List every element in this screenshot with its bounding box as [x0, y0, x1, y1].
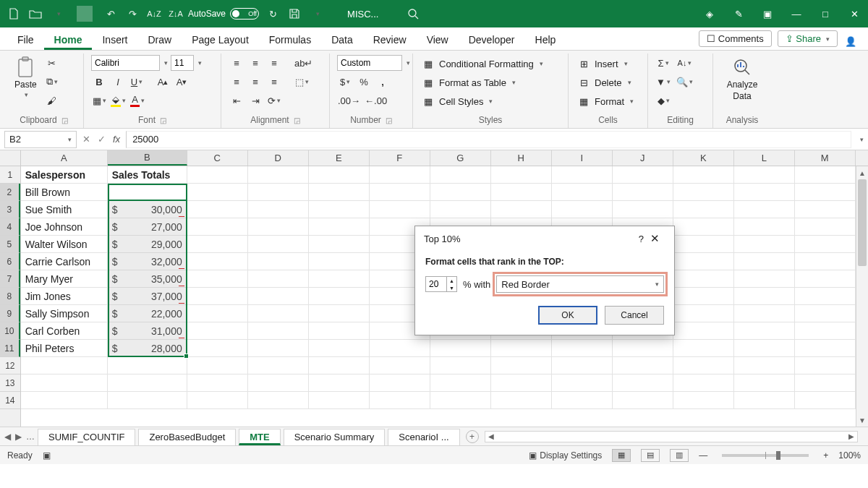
- hscroll-right-icon[interactable]: ▶: [846, 432, 857, 440]
- page-break-view-button[interactable]: ▥: [670, 449, 689, 462]
- cell-D6[interactable]: [248, 253, 309, 270]
- tab-developer[interactable]: Developer: [459, 30, 525, 50]
- cell-L8[interactable]: [734, 288, 795, 305]
- increase-indent-button[interactable]: ⇥: [247, 93, 263, 108]
- col-header-J[interactable]: J: [613, 150, 673, 166]
- orientation-button[interactable]: ⟳▾: [266, 93, 282, 108]
- cell-M12[interactable]: [795, 357, 856, 374]
- cancel-button[interactable]: Cancel: [605, 306, 664, 325]
- cell-B7[interactable]: $35,000: [108, 270, 187, 288]
- row-header-11[interactable]: 11: [0, 340, 20, 357]
- cell-D9[interactable]: [248, 305, 309, 322]
- row-header-12[interactable]: 12: [0, 357, 20, 374]
- scroll-up-icon[interactable]: ▲: [856, 166, 868, 179]
- zoom-thumb[interactable]: [776, 451, 780, 460]
- cell-L6[interactable]: [734, 253, 795, 270]
- cell-L10[interactable]: [734, 322, 795, 340]
- cell-A4[interactable]: Joe Johnson: [21, 218, 108, 236]
- cell-B8[interactable]: $37,000: [108, 288, 187, 305]
- cell-E6[interactable]: [309, 253, 370, 270]
- autosave-toggle[interactable]: AutoSave Off: [188, 8, 259, 20]
- cell-M2[interactable]: [795, 184, 856, 201]
- macro-record-icon[interactable]: ▣: [43, 450, 51, 461]
- cell-H11[interactable]: [491, 340, 552, 357]
- display-settings-button[interactable]: ▣ Display Settings: [529, 450, 602, 461]
- cell-E10[interactable]: [309, 322, 370, 340]
- clear-button[interactable]: ◆▾: [655, 93, 671, 108]
- tab-page-layout[interactable]: Page Layout: [182, 30, 259, 50]
- cell-C13[interactable]: [187, 374, 248, 392]
- format-painter-button[interactable]: 🖌: [44, 93, 60, 108]
- cell-K11[interactable]: [673, 340, 734, 357]
- delete-cells-button[interactable]: ⊟Delete▾: [576, 75, 633, 90]
- cell-M3[interactable]: [795, 201, 856, 218]
- autosave-switch[interactable]: Off: [230, 8, 259, 20]
- decrease-decimal-button[interactable]: ←.00: [364, 93, 388, 108]
- normal-view-button[interactable]: ▦: [612, 449, 631, 462]
- ribbon-display-icon[interactable]: ▣: [760, 9, 775, 20]
- analyze-data-button[interactable]: Analyze Data: [724, 55, 761, 103]
- cell-E12[interactable]: [309, 357, 370, 374]
- col-header-D[interactable]: D: [248, 150, 309, 166]
- sort-desc-icon[interactable]: Z↓A: [168, 6, 184, 22]
- cell-M10[interactable]: [795, 322, 856, 340]
- enter-formula-icon[interactable]: ✓: [98, 134, 106, 145]
- number-format-select[interactable]: [337, 55, 402, 71]
- alignment-launcher-icon[interactable]: ◲: [294, 116, 300, 124]
- row-header-3[interactable]: 3: [0, 201, 20, 218]
- cell-G12[interactable]: [430, 357, 491, 374]
- open-file-icon[interactable]: [27, 6, 43, 22]
- cell-A14[interactable]: [21, 392, 108, 409]
- cell-L12[interactable]: [734, 357, 795, 374]
- sheet-tab-scenarioi-[interactable]: ScenarioI ...: [388, 429, 459, 445]
- share-button[interactable]: ⇪ Share ▾: [778, 30, 838, 47]
- col-header-H[interactable]: H: [491, 150, 552, 166]
- accounting-format-button[interactable]: $▾: [337, 74, 353, 90]
- col-header-G[interactable]: G: [430, 150, 491, 166]
- spinner-up-icon[interactable]: ▲: [447, 277, 456, 284]
- cell-E8[interactable]: [309, 288, 370, 305]
- insert-cells-button[interactable]: ⊞Insert▾: [576, 56, 629, 71]
- cell-I14[interactable]: [552, 392, 613, 409]
- brush-icon[interactable]: ✎: [731, 9, 746, 20]
- comma-format-button[interactable]: ,: [375, 74, 391, 90]
- cell-K7[interactable]: [673, 270, 734, 288]
- cell-C5[interactable]: [187, 236, 248, 253]
- cell-A9[interactable]: Sally Simpson: [21, 305, 108, 322]
- cell-H14[interactable]: [491, 392, 552, 409]
- increase-font-button[interactable]: A▴: [155, 74, 171, 90]
- row-header-1[interactable]: 1: [0, 166, 20, 184]
- cell-B11[interactable]: $28,000: [108, 340, 187, 357]
- clipboard-launcher-icon[interactable]: ◲: [61, 116, 68, 124]
- cell-K10[interactable]: [673, 322, 734, 340]
- scroll-down-icon[interactable]: ▼: [856, 414, 868, 427]
- cell-J13[interactable]: [613, 374, 673, 392]
- cell-F12[interactable]: [370, 357, 430, 374]
- tab-view[interactable]: View: [417, 30, 459, 50]
- cell-F2[interactable]: [370, 184, 430, 201]
- cell-D5[interactable]: [248, 236, 309, 253]
- col-header-I[interactable]: I: [552, 150, 613, 166]
- cell-H12[interactable]: [491, 357, 552, 374]
- cell-M14[interactable]: [795, 392, 856, 409]
- cell-F3[interactable]: [370, 201, 430, 218]
- cell-A7[interactable]: Mary Myer: [21, 270, 108, 288]
- cell-K2[interactable]: [673, 184, 734, 201]
- cell-B5[interactable]: $29,000: [108, 236, 187, 253]
- close-icon[interactable]: ✕: [846, 9, 862, 20]
- cell-H1[interactable]: [491, 166, 552, 184]
- cell-I13[interactable]: [552, 374, 613, 392]
- cell-E5[interactable]: [309, 236, 370, 253]
- formula-input[interactable]: 25000: [126, 131, 851, 148]
- cell-D13[interactable]: [248, 374, 309, 392]
- sheet-nav-more-icon[interactable]: …: [26, 432, 35, 442]
- refresh-icon[interactable]: ↻: [265, 6, 281, 22]
- paste-button[interactable]: Paste ▾: [12, 55, 40, 100]
- add-sheet-button[interactable]: +: [466, 430, 479, 443]
- zoom-slider[interactable]: [722, 454, 809, 457]
- cell-B1[interactable]: Sales Totals: [108, 166, 187, 184]
- find-select-button[interactable]: 🔍▾: [676, 74, 694, 90]
- cell-A2[interactable]: Bill Brown: [21, 184, 108, 201]
- format-style-combobox[interactable]: Red Border ▾: [496, 275, 664, 293]
- format-cells-button[interactable]: ▦Format▾: [576, 94, 635, 108]
